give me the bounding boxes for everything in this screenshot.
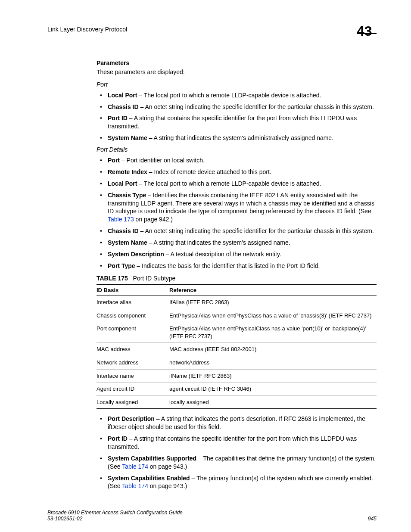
cell-ref: locally assigned [169,395,377,409]
th-id-basis: ID Basis [97,284,169,296]
table-175-title: Port ID Subtype [133,275,176,282]
cell-ref: networkAddress [169,356,377,369]
list-item: System Capabilities Supported – The capa… [97,454,377,471]
cell-id: Chassis component [97,309,169,322]
desc: on page 943.) [148,482,187,489]
term: System Name [108,134,147,141]
term: Local Port [108,180,137,187]
table-row: Interface nameifName (IETF RFC 2863) [97,369,377,383]
footer-doc-title: Brocade 6910 Ethernet Access Switch Conf… [47,510,183,516]
term: Chassis ID [108,103,139,110]
chapter-number-block: 43 [357,26,377,34]
table-head-row: ID Basis Reference [97,284,377,296]
list-item: Chassis ID – An octet string indicating … [97,227,377,235]
term: Port ID [108,115,128,121]
list-item: Local Port – The local port to which a r… [97,91,377,100]
cell-id: Network address [97,356,169,369]
desc: – A string that indicates the system's a… [147,239,290,246]
desc: – The local port to which a remote LLDP-… [137,180,321,187]
list-item: System Capabilities Enabled – The primar… [97,474,377,491]
running-head: Link Layer Discovery Protocol 43 [47,26,377,34]
chapter-number: 43 [357,23,377,39]
cell-id: MAC address [97,343,169,356]
term: Port Description [108,415,155,422]
term: Chassis Type [108,192,146,199]
table-175-label: TABLE 175 [97,275,128,282]
term: Remote Index [108,168,147,175]
list-item: Chassis Type – Identifies the chassis co… [97,191,377,224]
cell-ref: agent circuit ID (IETF RFC 3046) [169,383,377,396]
cell-ref: EntPhysicalAlias when entPhysicalClass h… [169,322,377,343]
term: System Description [108,251,164,258]
cell-id: Locally assigned [97,395,169,409]
term: System Capabilities Supported [108,455,196,462]
table-row: Port componentEntPhysicalAlias when entP… [97,322,377,343]
table-row: Network addressnetworkAddress [97,356,377,369]
desc: – Index of remote device attached to thi… [147,168,271,175]
term: System Name [108,239,147,246]
list-item: Remote Index – Index of remote device at… [97,168,377,176]
section-name: Link Layer Discovery Protocol [47,26,127,33]
table-row: Interface aliasIfAlias (IETF RFC 2863) [97,296,377,309]
parameters-heading: Parameters [97,59,377,67]
list-item: Port – Port identifier on local switch. [97,156,377,165]
cell-ref: MAC address (IEEE Std 802-2001) [169,343,377,356]
desc: – A textual description of the network e… [164,251,281,258]
xref-table-174-a[interactable]: Table 174 [122,463,148,470]
xref-table-174-b[interactable]: Table 174 [122,482,148,489]
term: Port [108,157,120,164]
desc: – The local port to which a remote LLDP-… [137,92,321,99]
cell-ref: ifName (IETF RFC 2863) [169,369,377,383]
list-item: System Description – A textual descripti… [97,250,377,258]
table-row: MAC addressMAC address (IEEE Std 802-200… [97,343,377,356]
term: Port Type [108,262,135,269]
term: Chassis ID [108,227,139,234]
desc: – An octet string indicating the specifi… [139,103,374,110]
desc: – Port identifier on local switch. [120,157,205,164]
list-item: Chassis ID – An octet string indicating … [97,103,377,111]
footer-page-number: 945 [368,516,377,522]
list-item: Port Description – A string that indicat… [97,415,377,431]
desc: – Identifies the chassis containing the … [108,192,374,215]
parameters-intro: These parameters are displayed: [97,68,377,76]
desc: on page 943.) [148,463,187,470]
list-item: Port ID – A string that contains the spe… [97,435,377,451]
list-item: Port ID – A string that contains the spe… [97,114,377,131]
cell-id: Port component [97,322,169,343]
port-details-list-2: Port Description – A string that indicat… [97,415,377,490]
th-reference: Reference [169,284,377,296]
list-item: System Name – A string that indicates th… [97,239,377,247]
port-list: Local Port – The local port to which a r… [97,91,377,142]
port-subhead: Port [97,81,377,89]
cell-id: Agent circuit ID [97,383,169,396]
table-175: ID Basis Reference Interface aliasIfAlia… [97,284,377,409]
desc: – Indicates the basis for the identifier… [135,262,320,269]
term: Port ID [108,435,128,442]
table-row: Locally assignedlocally assigned [97,395,377,409]
term: Local Port [108,92,137,99]
port-details-list: Port – Port identifier on local switch. … [97,156,377,270]
cell-ref: IfAlias (IETF RFC 2863) [169,296,377,309]
footer-doc: Brocade 6910 Ethernet Access Switch Conf… [47,510,183,522]
desc: – An octet string indicating the specifi… [139,227,374,234]
cell-id: Interface name [97,369,169,383]
footer: Brocade 6910 Ethernet Access Switch Conf… [47,510,377,522]
cell-id: Interface alias [97,296,169,309]
table-row: Chassis componentEntPhysicalAlias when e… [97,309,377,322]
cell-ref: EntPhysicalAlias when entPhysClass has a… [169,309,377,322]
port-details-subhead: Port Details [97,146,377,154]
term: System Capabilities Enabled [108,475,190,482]
desc: – A string that contains the specific id… [108,115,357,130]
content: Parameters These parameters are displaye… [97,59,377,490]
list-item: Local Port – The local port to which a r… [97,180,377,188]
table-175-caption: TABLE 175 Port ID Subtype [97,274,377,283]
xref-table-173[interactable]: Table 173 [108,216,134,223]
desc: – A string that contains the specific id… [108,435,357,450]
page: Link Layer Discovery Protocol 43 Paramet… [0,0,411,532]
table-row: Agent circuit IDagent circuit ID (IETF R… [97,383,377,396]
desc: – A string that indicates the system's a… [147,134,333,141]
footer-doc-code: 53-1002651-02 [47,516,183,522]
list-item: Port Type – Indicates the basis for the … [97,262,377,270]
list-item: System Name – A string that indicates th… [97,134,377,142]
desc: on page 942.) [134,216,173,223]
